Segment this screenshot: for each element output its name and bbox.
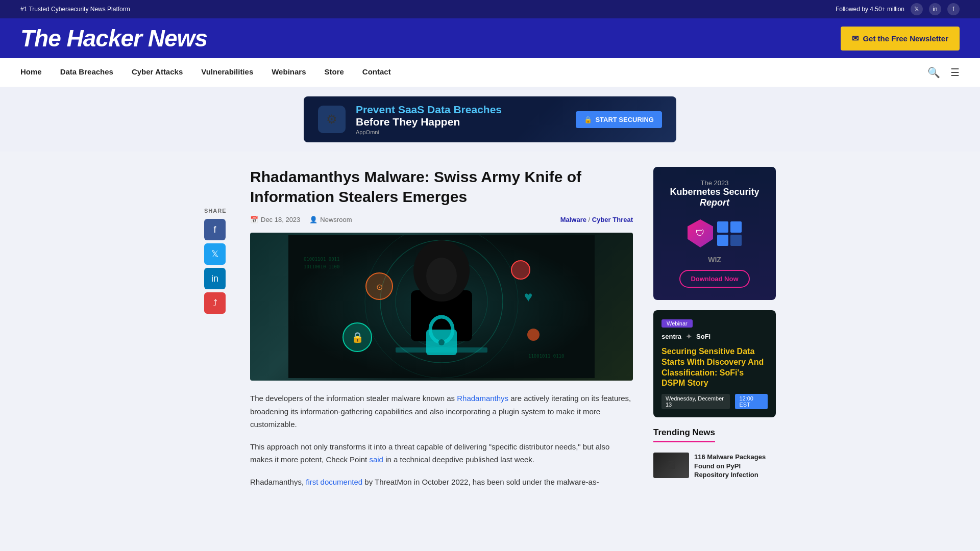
top-bar-right: Followed by 4.50+ million 𝕏 in f: [836, 3, 960, 15]
ad-headline: Prevent SaaS Data Breaches: [356, 104, 566, 116]
article-title: Rhadamanthys Malware: Swiss Army Knife o…: [250, 167, 633, 207]
kube-year: The 2023: [701, 179, 729, 187]
svg-point-15: [511, 261, 530, 279]
envelope-icon: ✉: [852, 34, 859, 43]
ad-banner[interactable]: ⚙ Prevent SaaS Data Breaches Before They…: [304, 96, 676, 142]
nav-home[interactable]: Home: [20, 58, 42, 87]
article-paragraph-3: Rhadamanthys, first documented by Threat…: [250, 475, 633, 489]
share-sidebar: SHARE f 𝕏 in ⤴: [204, 167, 230, 497]
article-meta-left: 📅 Dec 18, 2023 👤 Newsroom: [250, 216, 352, 223]
article-author: 👤 Newsroom: [309, 216, 352, 223]
wiz-logo: WIZ: [708, 256, 721, 264]
share-label: SHARE: [204, 208, 230, 214]
svg-rect-21: [396, 347, 487, 353]
svg-text:♥: ♥: [524, 289, 533, 305]
svg-point-7: [426, 258, 457, 294]
share-facebook-button[interactable]: f: [204, 219, 226, 240]
sentra-footer: Wednesday, December 13 12:00 EST: [662, 394, 768, 409]
header: The Hacker News ✉ Get the Free Newslette…: [0, 18, 980, 58]
nav-webinars[interactable]: Webinars: [272, 58, 306, 87]
main-nav: Home Data Breaches Cyber Attacks Vulnera…: [0, 58, 980, 87]
article-image-svg: 🔒 ⊙ ♥ 01001101 0011 10110010 1100 110010…: [288, 235, 595, 378]
sentra-ad[interactable]: Webinar sentra ✦ SoFi Securing Sensitive…: [653, 310, 776, 417]
newsletter-button[interactable]: ✉ Get the Free Newsletter: [841, 27, 960, 51]
article-tags: Malware / Cyber Threat: [560, 216, 633, 223]
said-link[interactable]: said: [369, 455, 383, 464]
ad-saas: SaaS Data Breaches: [398, 104, 502, 115]
download-now-button[interactable]: Download Now: [679, 270, 749, 288]
ad-lock-icon: 🔒: [584, 116, 592, 123]
kube-icons: 🛡: [688, 219, 742, 247]
kube-title: Kubernetes Security: [670, 187, 759, 197]
kube-boxes: [717, 221, 742, 246]
main-wrap: SHARE f 𝕏 in ⤴ Rhadamanthys Malware: Swi…: [184, 152, 796, 513]
share-other-button[interactable]: ⤴: [204, 292, 226, 314]
ad-prevent: Prevent: [356, 104, 398, 115]
facebook-link[interactable]: f: [947, 3, 960, 15]
site-logo[interactable]: The Hacker News: [20, 24, 207, 52]
sentra-title: Securing Sensitive Data Starts With Disc…: [662, 346, 768, 389]
tag-malware[interactable]: Malware: [560, 216, 586, 223]
trending-thumb: 🖥: [653, 453, 689, 478]
share-linkedin-button[interactable]: in: [204, 268, 226, 289]
ad-cta-button[interactable]: 🔒 START SECURING: [576, 111, 662, 128]
sentra-badge: Webinar: [662, 319, 693, 328]
nav-data-breaches[interactable]: Data Breaches: [60, 58, 113, 87]
trending-item: 🖥 116 Malware Packages Found on PyPI Rep…: [653, 453, 776, 480]
svg-text:10110010 1100: 10110010 1100: [304, 264, 339, 269]
article-column: Rhadamanthys Malware: Swiss Army Knife o…: [250, 167, 633, 497]
svg-text:01001101 0011: 01001101 0011: [304, 257, 339, 262]
linkedin-link[interactable]: in: [929, 3, 941, 15]
ad-subtext: Before They Happen: [356, 116, 566, 128]
article-body: The developers of the information steale…: [250, 392, 633, 488]
svg-text:🔒: 🔒: [351, 331, 364, 343]
article-date: 📅 Dec 18, 2023: [250, 216, 300, 223]
sidebar-column: The 2023 Kubernetes Security Report 🛡 WI…: [653, 167, 776, 497]
svg-point-10: [438, 339, 445, 345]
search-button[interactable]: 🔍: [927, 66, 940, 79]
sentra-logos: sentra ✦ SoFi: [662, 332, 768, 341]
appomni-logo: ⚙: [318, 106, 346, 133]
ad-brand: AppOmni: [356, 129, 566, 135]
article-meta: 📅 Dec 18, 2023 👤 Newsroom Malware / Cybe…: [250, 216, 633, 223]
sentra-brand1: sentra: [662, 333, 681, 340]
nav-vulnerabilities[interactable]: Vulnerabilities: [201, 58, 253, 87]
menu-button[interactable]: ☰: [950, 66, 960, 79]
svg-text:⊙: ⊙: [376, 283, 383, 291]
ad-banner-wrap: ⚙ Prevent SaaS Data Breaches Before They…: [0, 87, 980, 152]
sentra-date: Wednesday, December 13: [662, 394, 730, 409]
ad-cta-label: START SECURING: [595, 116, 654, 123]
appomni-logo-icon: ⚙: [326, 112, 337, 127]
nav-cyber-attacks[interactable]: Cyber Attacks: [132, 58, 183, 87]
svg-text:11001011 0110: 11001011 0110: [528, 354, 564, 359]
kubernetes-ad[interactable]: The 2023 Kubernetes Security Report 🛡 WI…: [653, 167, 776, 300]
newsletter-label: Get the Free Newsletter: [863, 34, 948, 43]
kube-subtitle: Report: [700, 197, 729, 208]
nav-contact[interactable]: Contact: [362, 58, 391, 87]
author-icon: 👤: [309, 216, 317, 223]
trending-link[interactable]: 116 Malware Packages Found on PyPI Repos…: [694, 453, 766, 479]
first-documented-link[interactable]: first documented: [306, 478, 362, 486]
tag-cyber-threat[interactable]: Cyber Threat: [592, 216, 633, 223]
calendar-icon: 📅: [250, 216, 258, 223]
ad-text: Prevent SaaS Data Breaches Before They H…: [356, 104, 566, 135]
nav-icons: 🔍 ☰: [927, 66, 960, 79]
trending-thumb-inner: 🖥: [653, 453, 689, 478]
trending-text: 116 Malware Packages Found on PyPI Repos…: [694, 453, 776, 480]
nav-store[interactable]: Store: [324, 58, 344, 87]
article-paragraph-2: This approach not only transforms it int…: [250, 440, 633, 466]
top-bar: #1 Trusted Cybersecurity News Platform F…: [0, 0, 980, 18]
twitter-link[interactable]: 𝕏: [911, 3, 923, 15]
trending-section: Trending News 🖥 116 Malware Packages Fou…: [653, 428, 776, 480]
svg-point-17: [527, 329, 540, 341]
followed-text: Followed by 4.50+ million: [836, 6, 904, 13]
article-paragraph-1: The developers of the information steale…: [250, 392, 633, 431]
tagline: #1 Trusted Cybersecurity News Platform: [20, 6, 130, 13]
rhadamanthys-link[interactable]: Rhadamanthys: [457, 394, 508, 403]
sentra-sep: ✦: [685, 332, 692, 341]
sentra-brand2: SoFi: [696, 333, 710, 340]
article-image: 🔒 ⊙ ♥ 01001101 0011 10110010 1100 110010…: [250, 233, 633, 381]
trending-title: Trending News: [653, 428, 715, 442]
shield-icon: 🛡: [688, 219, 713, 247]
share-twitter-button[interactable]: 𝕏: [204, 243, 226, 265]
